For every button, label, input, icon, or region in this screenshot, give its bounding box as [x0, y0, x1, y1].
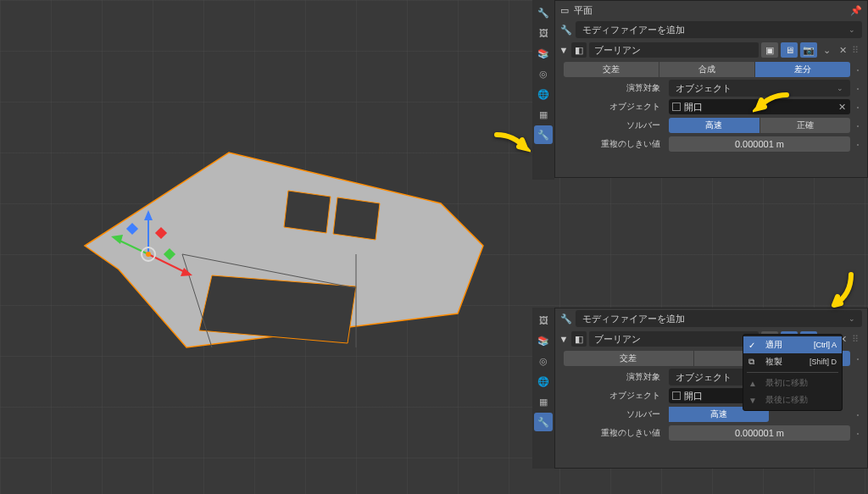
menu-duplicate[interactable]: ⧉ 複製 [Shift] D [743, 353, 842, 370]
modifier-menu-chevron[interactable]: ⌄ [820, 45, 833, 56]
tab-scene[interactable]: ◎ [534, 64, 553, 83]
tab-object[interactable]: ▦ [534, 392, 553, 411]
modifier-name-field[interactable]: ブーリアン [589, 331, 759, 347]
triangle-up-icon: ▲ [748, 379, 760, 388]
object-label: オブジェクト [589, 101, 665, 113]
toggle-realtime[interactable]: 📷 [800, 42, 817, 58]
menu-apply-shortcut: [Ctrl] A [814, 341, 837, 349]
menu-duplicate-label: 複製 [765, 356, 804, 368]
op-intersect[interactable]: 交差 [564, 62, 659, 77]
tab-modifiers[interactable]: 🔧 [534, 125, 553, 144]
threshold-field[interactable]: 0.000001 m [669, 425, 850, 441]
object-value: 開口 [684, 390, 751, 402]
tab-world[interactable]: 🌐 [534, 85, 553, 103]
svg-marker-8 [144, 210, 153, 220]
menu-move-last-label: 最後に移動 [765, 394, 837, 406]
chevron-down-icon: ⌄ [849, 314, 855, 323]
operand-label: 演算対象 [589, 371, 665, 383]
pin-icon[interactable]: 📌 [850, 5, 862, 16]
svg-marker-1 [284, 191, 331, 233]
menu-move-last[interactable]: ▼ 最後に移動 [743, 391, 842, 408]
svg-rect-13 [155, 227, 167, 239]
check-icon: ✓ [748, 341, 760, 350]
boolean-icon: ◧ [571, 42, 587, 58]
object-icon: ▭ [560, 5, 569, 16]
svg-marker-10 [181, 268, 192, 276]
modifier-panel-1: ▭ 平面 📌 🔧 モディファイアーを追加 ⌄ ▼ ◧ ブーリアン ▣ 🖥 📷 ⌄… [554, 0, 868, 178]
toggle-editmode[interactable]: 🖥 [781, 42, 798, 58]
tab-output[interactable]: 🖼 [534, 24, 553, 42]
operand-value: オブジェクト [676, 82, 732, 95]
add-modifier-label: モディファイアーを追加 [582, 24, 685, 36]
annotation-arrow-1 [493, 131, 531, 165]
clear-object[interactable]: ✕ [837, 102, 847, 113]
properties-tabs-2: 🖼 📚 ◎ 🌐 ▦ 🔧 [532, 308, 554, 469]
disclosure-triangle[interactable]: ▼ [559, 45, 569, 55]
wrench-icon: 🔧 [560, 314, 572, 325]
solver-label: ソルバー [589, 119, 665, 131]
solver-fast[interactable]: 高速 [669, 118, 760, 133]
object-name: 平面 [574, 4, 845, 17]
wrench-icon: 🔧 [560, 25, 572, 36]
menu-move-first-label: 最初に移動 [765, 377, 837, 389]
tab-view[interactable]: 📚 [534, 44, 553, 63]
tab-world[interactable]: 🌐 [534, 372, 553, 391]
tab-object[interactable]: ▦ [534, 105, 553, 124]
remove-modifier[interactable]: ✕ [836, 45, 849, 56]
tab-output[interactable]: 🖼 [534, 311, 553, 330]
chevron-down-icon: ⌄ [837, 84, 843, 92]
modifier-header: ▼ ◧ ブーリアン ▣ 🖥 📷 ⌄ ✕ ⠿ [555, 40, 867, 60]
triangle-down-icon: ▼ [748, 396, 760, 405]
op-difference[interactable]: 差分 [755, 62, 850, 77]
operand-label: 演算対象 [589, 82, 665, 94]
copy-icon: ⧉ [748, 357, 760, 367]
mesh-icon [672, 391, 681, 400]
menu-apply-label: 適用 [765, 339, 809, 351]
object-label: オブジェクト [589, 390, 665, 402]
annotation-arrow-3 [817, 271, 854, 312]
menu-duplicate-shortcut: [Shift] D [810, 358, 837, 366]
chevron-down-icon: ⌄ [849, 25, 855, 34]
annotation-arrow-2 [753, 92, 790, 125]
modifier-context-menu: ✓ 適用 [Ctrl] A ⧉ 複製 [Shift] D ▲ 最初に移動 ▼ 最… [743, 334, 843, 411]
svg-rect-14 [126, 223, 138, 235]
transform-gizmo[interactable] [106, 212, 191, 297]
svg-rect-15 [164, 248, 175, 260]
threshold-field[interactable]: 0.000001 m [669, 136, 850, 152]
menu-move-first[interactable]: ▲ 最初に移動 [743, 375, 842, 391]
op-union[interactable]: 合成 [659, 62, 754, 77]
tab-view[interactable]: 📚 [534, 331, 553, 350]
svg-marker-2 [333, 197, 380, 240]
menu-separator [747, 372, 838, 373]
add-modifier-dropdown[interactable]: モディファイアーを追加 ⌄ [576, 21, 862, 38]
tab-modifiers[interactable]: 🔧 [534, 413, 553, 431]
object-field[interactable]: 開口 [669, 388, 754, 403]
svg-marker-12 [111, 235, 123, 244]
tab-scene[interactable]: ◎ [534, 352, 553, 370]
drag-handle[interactable]: ⠿ [852, 45, 864, 56]
op-intersect[interactable]: 交差 [564, 351, 693, 366]
threshold-label: 重複のしきい値 [589, 427, 665, 439]
add-modifier-dropdown[interactable]: モディファイアーを追加 ⌄ [576, 310, 862, 327]
disclosure-triangle[interactable]: ▼ [559, 334, 569, 344]
tab-render[interactable]: 🔧 [534, 3, 553, 22]
add-modifier-label: モディファイアーを追加 [582, 313, 685, 325]
modifier-name-field[interactable]: ブーリアン [589, 42, 759, 58]
threshold-label: 重複のしきい値 [589, 138, 665, 150]
mesh-icon [672, 103, 681, 111]
operand-value: オブジェクト [676, 371, 732, 384]
drag-handle[interactable]: ⠿ [852, 334, 864, 345]
solver-label: ソルバー [589, 408, 665, 420]
menu-apply[interactable]: ✓ 適用 [Ctrl] A [743, 336, 842, 353]
toggle-on-cage[interactable]: ▣ [761, 42, 778, 58]
boolean-icon: ◧ [571, 331, 587, 347]
properties-tabs: 🔧 🖼 📚 ◎ 🌐 ▦ 🔧 [532, 0, 554, 180]
